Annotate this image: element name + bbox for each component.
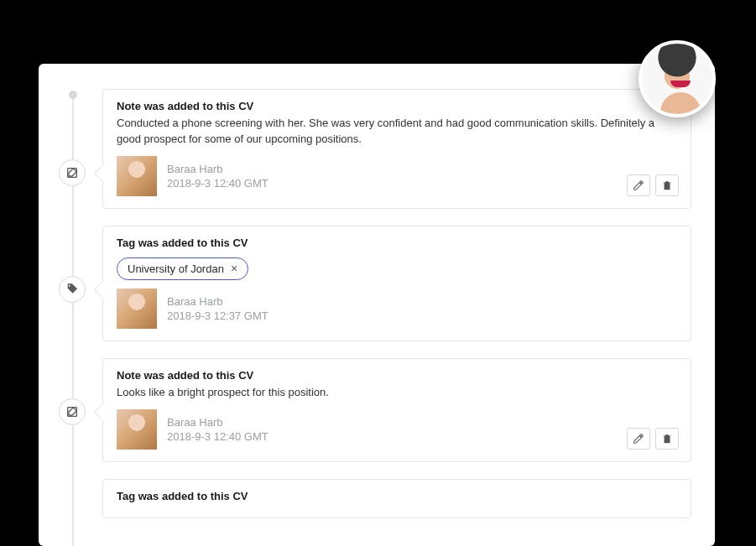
pencil-icon	[633, 179, 644, 191]
trash-icon	[661, 433, 673, 445]
author-avatar	[117, 289, 157, 329]
activity-title: Tag was added to this CV	[117, 237, 677, 249]
author-avatar	[117, 156, 157, 196]
tag-icon	[59, 276, 86, 303]
activity-card: Note was added to this CV Conducted a ph…	[102, 89, 691, 209]
timeline-entry: Note was added to this CV Looks like a b…	[102, 358, 691, 462]
tag-chip[interactable]: University of Jordan ×	[117, 257, 248, 280]
edit-button[interactable]	[627, 428, 650, 450]
activity-actions	[627, 428, 679, 450]
author-row: Baraa Harb 2018-9-3 12:40 GMT	[117, 156, 677, 196]
activity-title: Tag was added to this CV	[117, 490, 677, 502]
edit-square-icon	[59, 398, 86, 425]
candidate-avatar	[639, 40, 716, 117]
activity-timestamp: 2018-9-3 12:40 GMT	[167, 430, 269, 443]
activity-title: Note was added to this CV	[117, 100, 677, 112]
edit-button[interactable]	[627, 174, 650, 196]
activity-card: Tag was added to this CV University of J…	[102, 226, 691, 341]
trash-icon	[661, 179, 673, 191]
edit-square-icon	[59, 159, 86, 186]
delete-button[interactable]	[655, 174, 679, 196]
activity-title: Note was added to this CV	[117, 369, 677, 382]
activity-card: Tag was added to this CV	[102, 479, 691, 518]
timeline-entries: Note was added to this CV Conducted a ph…	[39, 89, 715, 546]
activity-panel: Note was added to this CV Conducted a ph…	[39, 64, 715, 546]
timeline-entry: Tag was added to this CV University of J…	[102, 226, 691, 341]
author-avatar	[117, 409, 157, 450]
author-name: Baraa Harb	[167, 416, 269, 429]
author-row: Baraa Harb 2018-9-3 12:40 GMT	[117, 409, 677, 450]
activity-body: Conducted a phone screening with her. Sh…	[117, 116, 677, 148]
activity-timestamp: 2018-9-3 12:37 GMT	[167, 309, 269, 322]
author-row: Baraa Harb 2018-9-3 12:37 GMT	[117, 289, 677, 329]
activity-body: Looks like a bright prospect for this po…	[117, 385, 677, 401]
pencil-icon	[633, 433, 644, 445]
timeline-entry: Note was added to this CV Conducted a ph…	[102, 89, 691, 209]
author-name: Baraa Harb	[167, 295, 269, 308]
activity-card: Note was added to this CV Looks like a b…	[102, 358, 691, 462]
activity-timestamp: 2018-9-3 12:40 GMT	[167, 177, 269, 190]
tag-label: University of Jordan	[128, 263, 224, 275]
tag-remove-button[interactable]: ×	[231, 263, 237, 274]
timeline-entry: Tag was added to this CV	[102, 479, 691, 518]
activity-actions	[627, 174, 679, 196]
delete-button[interactable]	[655, 428, 679, 450]
author-name: Baraa Harb	[167, 163, 269, 175]
